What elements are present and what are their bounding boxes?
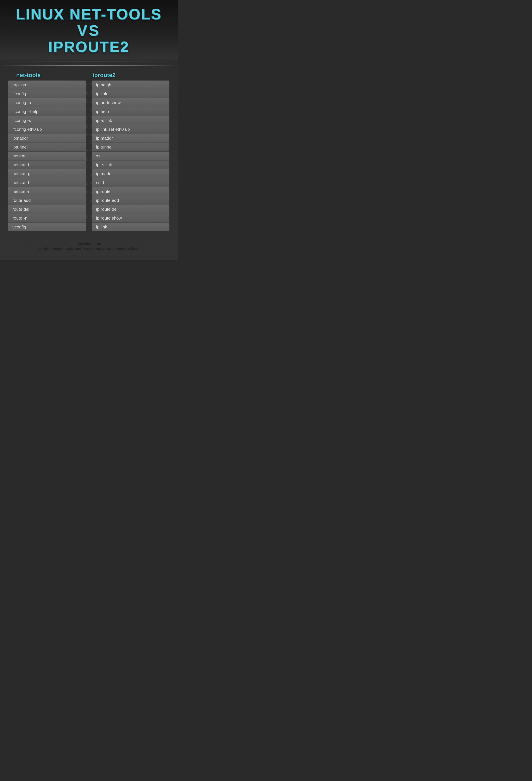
footer-site: LinOxide.com [4,242,173,246]
chevron-pair [86,130,92,138]
table-row: route add [8,196,86,205]
table-row: ip -s link [92,161,169,169]
chevron-right-icon [89,124,92,128]
table-row: ip link set eth0 up [92,125,169,134]
table-row: netstat -l [8,178,86,187]
chevron-pair [86,97,92,105]
header-divider2 [0,65,178,66]
left-column-header: net-tools [16,72,85,79]
chevron-pair [86,163,92,171]
table-row: route -n [8,214,86,223]
chevron-right-icon [89,199,92,202]
title-line1: LINUX NET-TOOLS [4,6,173,23]
table-row: ip maddr [92,169,169,178]
table-row: ifconfig -a [8,98,86,107]
right-panel-wrap: ip neighip linkip addr showip helpip -s … [89,81,169,231]
panels-wrapper: arp -naifconfigifconfig -aifconfig --hel… [8,81,169,231]
header: LINUX NET-TOOLS VS IPROUTE2 [0,0,178,59]
footer-link: Detailed : http://linoxide.com/linux-com… [4,247,173,250]
chevron-pair [86,147,92,155]
table-row: ifconfig -s [8,116,86,125]
table-row: ifconfig --help [8,107,86,116]
chevron-pair [86,81,92,89]
chevron-pair [86,213,92,221]
table-row: ipmaddr [8,134,86,143]
table-row: ss -l [92,178,169,187]
chevron-right-icon [89,83,92,86]
table-row: ip -s link [92,116,169,125]
table-row: netstat [8,152,86,161]
chevron-right-icon [89,99,92,103]
chevron-right-icon [89,215,92,218]
table-row: netstat -i [8,161,86,169]
chevron-right-icon [89,165,92,169]
chevron-right-icon [89,182,92,186]
table-row: vconfig [8,223,86,231]
chevron-pair [86,171,92,180]
right-column-header: iproute2 [93,72,162,79]
table-row: ss [92,152,169,161]
chevron-pair [86,122,92,130]
table-row: arp -na [8,81,86,89]
left-panel-wrap: arp -naifconfigifconfig -aifconfig --hel… [8,81,89,231]
table-row: netstat -g [8,169,86,178]
chevron-pair [86,155,92,163]
chevron-pair [86,205,92,213]
title-line3: IPROUTE2 [4,39,173,55]
chevron-right-icon [89,174,92,177]
table-row: ifconfig [8,89,86,98]
chevron-pair [86,105,92,114]
table-row: ifconfig eth0 up [8,125,86,134]
table-row: ip addr show [92,98,169,107]
table-row: ip tunnel [92,143,169,152]
chevron-pair [86,180,92,188]
chevron-right-icon [89,207,92,210]
right-panel: ip neighip linkip addr showip helpip -s … [92,81,169,231]
chevron-right-icon [89,149,92,153]
chevron-pair [86,196,92,205]
table-row: ip route del [92,205,169,214]
table-row: ip route add [92,196,169,205]
chevron-pair [86,188,92,196]
chevron-right-icon [89,108,92,111]
chevron-pair [86,89,92,97]
table-row: ip neigh [92,81,169,89]
chevron-pair [86,114,92,122]
chevron-right-icon [89,116,92,119]
chevron-pair [86,138,92,147]
table-row: ip route show [92,214,169,223]
center-divider [86,81,92,221]
chevron-right-icon [89,157,92,161]
chevron-right-icon [89,91,92,95]
table-row: ip link [92,223,169,231]
left-panel: arp -naifconfigifconfig -aifconfig --hel… [8,81,86,231]
table-row: iptunnel [8,143,86,152]
table-row: ip help [92,107,169,116]
table-row: ip link [92,89,169,98]
title-line2: VS [4,23,173,39]
table-row: ip maddr [92,134,169,143]
page: LINUX NET-TOOLS VS IPROUTE2 net-tools ip… [0,0,178,260]
table-row: route del [8,205,86,214]
chevron-right-icon [89,141,92,144]
content-area: net-tools iproute2 arp -naifconfigifconf… [0,68,178,238]
table-row: ip route [92,187,169,196]
chevron-right-icon [89,190,92,194]
header-divider [0,61,178,63]
column-headers: net-tools iproute2 [8,72,169,79]
table-row: netstat -r [8,187,86,196]
footer: LinOxide.com Detailed : http://linoxide.… [0,238,178,254]
chevron-right-icon [89,132,92,136]
